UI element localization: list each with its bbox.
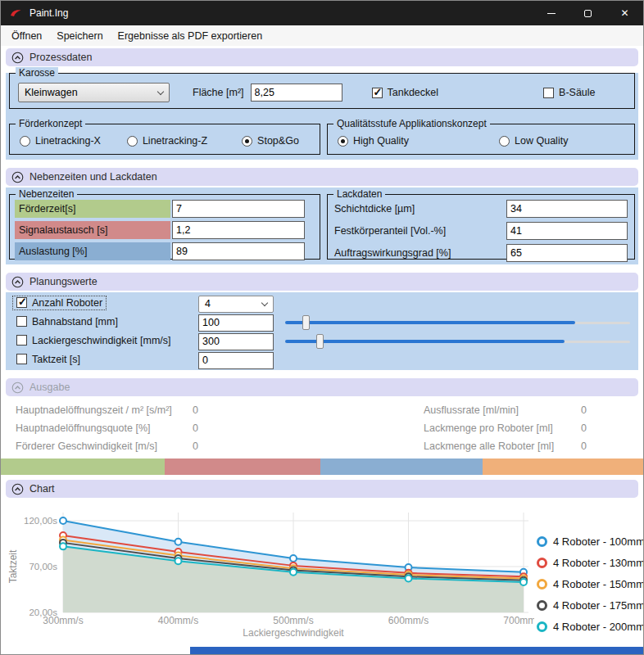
menu-save[interactable]: Speichern <box>49 28 110 44</box>
tankdeckel-checkbox[interactable]: Tankdeckel <box>372 87 439 98</box>
anzahl-roboter-checkbox[interactable]: Anzahl Roboter <box>13 296 106 309</box>
lackiergeschwindigkeit-check-wrap: Lackiergeschwindigkeit [mm/s] <box>13 334 198 350</box>
section-nebenzeiten-lackdaten: Nebenzeiten und Lackdaten Nebenzeiten Fö… <box>6 168 638 264</box>
planungswerte-row: Taktzeit [s] <box>9 351 635 369</box>
auslastung-input[interactable] <box>172 242 305 260</box>
groupbox-legend: Lackdaten <box>333 188 385 200</box>
section-title: Chart <box>29 483 55 495</box>
bahnabstand-slider[interactable] <box>285 314 630 331</box>
bsaeule-checkbox[interactable]: B-Säule <box>543 87 595 98</box>
ausgabe-body: Hauptnadelöffnungszeit / m² [s/m²] 0 Aus… <box>6 398 638 455</box>
collapse-chevron-icon <box>11 52 24 64</box>
flaeche-input[interactable] <box>251 84 342 102</box>
auftragswirkungsgrad-input[interactable] <box>506 244 628 262</box>
checkbox-box-icon <box>16 335 27 346</box>
bahnabstand-checkbox[interactable]: Bahnabstand [mm] <box>13 315 121 328</box>
checkbox-box-icon <box>16 297 27 308</box>
minimize-button[interactable] <box>533 1 569 25</box>
slider-thumb[interactable] <box>316 334 324 349</box>
legend-item[interactable]: 4 Roboter - 150mm <box>537 573 644 594</box>
collapse-chevron-icon <box>11 382 24 394</box>
legend-item[interactable]: 4 Roboter - 200mm <box>537 616 644 637</box>
ausgabe-row: Hauptnadelöffnungszeit / m² [s/m²] 0 Aus… <box>6 401 638 419</box>
svg-text:700mm/s: 700mm/s <box>503 615 534 626</box>
lackiergeschwindigkeit-slider[interactable] <box>285 333 630 350</box>
checkbox-label: B-Säule <box>559 87 595 98</box>
menu-export-pdf[interactable]: Ergebnisse als PDF exportieren <box>111 28 270 44</box>
nebenzeiten-header[interactable]: Nebenzeiten und Lackdaten <box>6 168 638 186</box>
planungswerte-row: Bahnabstand [mm] <box>9 314 635 332</box>
taktzeit-input[interactable] <box>198 352 274 369</box>
auftragswirkungsgrad-label: Auftragswirkungsgrad [%] <box>334 247 506 259</box>
festkoerperanteil-input[interactable] <box>506 222 628 240</box>
auslastung-label: Auslastung [%] <box>15 242 170 260</box>
prozessdaten-body: Karosse Kleinwagen Fläche [m²] Tankdecke… <box>6 73 638 160</box>
qualitaet-groupbox: Qualitätsstufe Applikationskonzept High … <box>327 124 635 155</box>
lackiergeschwindigkeit-input[interactable] <box>198 333 274 350</box>
radio-icon <box>127 136 138 147</box>
menubar: Öffnen Speichern Ergebnisse als PDF expo… <box>1 25 643 46</box>
section-title: Planungswerte <box>29 276 98 287</box>
ausgabe-row: Hauptnadelöffnungsquote [%] 0 Lackmenge … <box>6 419 638 437</box>
maximize-button[interactable] <box>569 1 606 25</box>
titlebar: Paint.Ing ✕ <box>1 1 643 25</box>
groupbox-legend: Nebenzeiten <box>16 188 77 200</box>
radio-linetracking-z[interactable]: Linetracking-Z <box>127 135 207 147</box>
anzahl-roboter-check-wrap: Anzahl Roboter <box>13 296 198 312</box>
legend-item[interactable]: 4 Roboter - 175mm <box>537 594 644 616</box>
radio-high-quality[interactable]: High Quality <box>338 135 409 147</box>
anzahl-roboter-dropdown[interactable]: 4 <box>198 296 274 313</box>
hauptnadeloeffnungsquote-label: Hauptnadelöffnungsquote [%] <box>16 422 193 434</box>
close-button[interactable]: ✕ <box>606 1 643 25</box>
svg-text:120,00s: 120,00s <box>24 516 57 526</box>
radio-label: High Quality <box>353 135 409 147</box>
flaeche-label: Fläche [m²] <box>193 87 244 98</box>
svg-text:600mm/s: 600mm/s <box>388 615 429 626</box>
checkbox-label: Anzahl Roboter <box>32 297 102 309</box>
slider-fill <box>285 321 575 324</box>
planungswerte-header[interactable]: Planungswerte <box>6 273 638 291</box>
chevron-down-icon <box>261 299 268 305</box>
lackmenge-alle-roboter-value: 0 <box>581 440 638 452</box>
groupbox-legend: Qualitätsstufe Applikationskonzept <box>333 118 490 129</box>
legend-label: 4 Roboter - 200mm <box>553 621 644 633</box>
radio-icon <box>338 136 348 147</box>
legend-item[interactable]: 4 Roboter - 100mm <box>537 531 644 552</box>
strip-segment-orange <box>483 458 644 475</box>
lackmenge-pro-roboter-value: 0 <box>581 422 638 434</box>
chart-header[interactable]: Chart <box>6 480 638 498</box>
lackdaten-row: Auftragswirkungsgrad [%] <box>328 244 634 262</box>
foerderzeit-label: Förderzeit[s] <box>15 200 170 218</box>
section-ausgabe: Ausgabe Hauptnadelöffnungszeit / m² [s/m… <box>6 378 638 455</box>
vehicle-dropdown[interactable]: Kleinwagen <box>18 83 170 102</box>
radio-low-quality[interactable]: Low Quality <box>499 135 568 147</box>
radio-label: Linetracking-Z <box>143 135 207 147</box>
foerderzeit-input[interactable] <box>172 200 305 218</box>
ausflussrate-value: 0 <box>581 404 638 416</box>
svg-text:Lackiergeschwindigkeit: Lackiergeschwindigkeit <box>243 627 344 639</box>
section-chart: Chart 120,00s70,00s20,00s300mm/s400mm/s5… <box>6 480 638 655</box>
ausgabe-header[interactable]: Ausgabe <box>6 378 638 396</box>
menu-open[interactable]: Öffnen <box>4 28 49 44</box>
schichtdicke-input[interactable] <box>506 200 628 218</box>
dropdown-value: Kleinwagen <box>25 87 78 98</box>
lackiergeschwindigkeit-checkbox[interactable]: Lackiergeschwindigkeit [mm/s] <box>13 334 175 347</box>
svg-text:70,00s: 70,00s <box>29 562 57 571</box>
hauptnadeloeffnungszeit-value: 0 <box>193 404 424 416</box>
collapse-chevron-icon <box>11 483 24 495</box>
lackmenge-pro-roboter-label: Lackmenge pro Roboter [ml] <box>424 422 581 434</box>
legend-item[interactable]: 4 Roboter - 130mm <box>537 552 644 573</box>
slider-thumb[interactable] <box>302 315 310 330</box>
svg-text:300mm/s: 300mm/s <box>43 615 83 626</box>
taktzeit-checkbox[interactable]: Taktzeit [s] <box>13 353 84 366</box>
collapse-chevron-icon <box>11 276 24 288</box>
radio-stop-go[interactable]: Stop&Go <box>242 135 299 147</box>
taktzeit-check-wrap: Taktzeit [s] <box>13 353 198 368</box>
prozessdaten-header[interactable]: Prozessdaten <box>6 48 638 66</box>
bahnabstand-input[interactable] <box>198 314 274 332</box>
chart-area: 120,00s70,00s20,00s300mm/s400mm/s500mm/s… <box>6 499 638 655</box>
checkbox-label: Tankdeckel <box>388 87 439 98</box>
signalaustausch-input[interactable] <box>172 221 305 239</box>
radio-linetracking-x[interactable]: Linetracking-X <box>20 135 101 147</box>
radio-label: Low Quality <box>515 135 568 147</box>
